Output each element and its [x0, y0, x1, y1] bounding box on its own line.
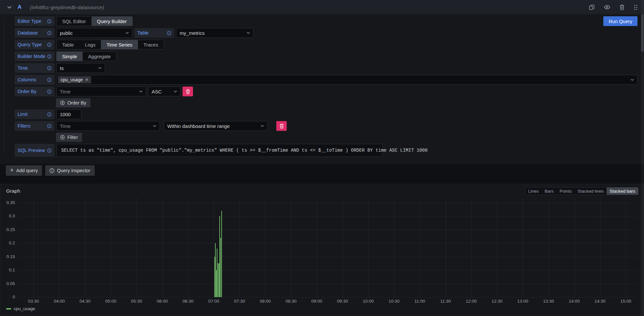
builder-mode-tab-aggregate[interactable]: Aggregate — [83, 52, 116, 61]
y-gridline — [19, 284, 637, 284]
info-icon[interactable] — [167, 31, 171, 35]
editor-type-tab-query-builder[interactable]: Query Builder — [91, 17, 132, 26]
trash-icon[interactable] — [620, 5, 624, 10]
filters-label-text: Filters — [18, 123, 30, 129]
editor-type-group: SQL EditorQuery Builder — [56, 16, 133, 26]
column-tag-text: cpu_usage — [61, 77, 83, 82]
info-icon[interactable] — [47, 148, 51, 153]
x-gridline — [137, 197, 137, 297]
x-axis-label: 04:00 — [49, 299, 70, 304]
scrollbar-thumb[interactable] — [641, 14, 644, 52]
info-icon[interactable] — [47, 78, 51, 82]
drag-handle-icon[interactable] — [634, 5, 637, 10]
query-type-tab-traces[interactable]: Traces — [138, 40, 164, 49]
builder-mode-row: Builder Mode SimpleAggregate — [15, 51, 637, 61]
y-axis-label: 0.05 — [2, 281, 15, 286]
x-gridline — [497, 197, 497, 297]
editor-footer: + Add query Query inspector — [6, 165, 95, 176]
database-select[interactable]: public — [56, 28, 132, 38]
info-icon[interactable] — [47, 19, 51, 23]
x-gridline — [162, 197, 163, 297]
query-type-label: Query Type — [15, 40, 54, 49]
query-inspector-button[interactable]: Query inspector — [45, 165, 94, 176]
info-icon[interactable] — [47, 66, 51, 70]
x-gridline — [343, 197, 343, 297]
chevron-down-icon — [247, 32, 250, 34]
x-gridline — [85, 197, 85, 297]
grafana-query-editor-screen: A (info8fcc-greptimedb-datasource) Edito… — [0, 0, 644, 316]
x-axis-label: 11:00 — [409, 299, 430, 304]
info-icon[interactable] — [47, 54, 51, 59]
table-value: my_metrics — [180, 30, 244, 36]
editor-type-label: Editor Type — [15, 16, 54, 26]
scrollbar-track[interactable] — [641, 0, 644, 316]
table-select[interactable]: my_metrics — [176, 28, 253, 38]
query-type-tab-logs[interactable]: Logs — [79, 40, 101, 49]
add-query-button[interactable]: + Add query — [6, 165, 42, 176]
x-gridline — [317, 197, 317, 297]
legend-swatch — [6, 308, 11, 309]
add-orderby-button[interactable]: Order By — [56, 98, 90, 107]
orderby-field-select[interactable]: Time — [56, 87, 146, 96]
order-by-label-text: Order By — [18, 89, 36, 94]
x-gridline — [59, 197, 60, 297]
database-label-text: Database — [18, 30, 38, 35]
query-type-tab-table[interactable]: Table — [57, 40, 79, 49]
duplicate-icon[interactable] — [589, 5, 595, 10]
remove-filter-button[interactable] — [276, 121, 287, 131]
add-filter-button[interactable]: Filter — [56, 133, 82, 142]
editor-type-tab-sql-editor[interactable]: SQL Editor — [57, 17, 91, 26]
add-query-label: Add query — [16, 168, 38, 173]
remove-tag-icon[interactable]: ✕ — [85, 78, 89, 82]
query-type-row: Query Type TableLogsTime SeriesTraces — [15, 40, 637, 49]
limit-input[interactable]: 1000 — [56, 109, 81, 119]
builder-mode-tab-simple[interactable]: Simple — [57, 52, 83, 61]
x-axis-label: 08:30 — [281, 299, 301, 304]
remove-orderby-button[interactable] — [183, 87, 193, 96]
columns-multiselect[interactable]: cpu_usage ✕ — [56, 75, 637, 85]
info-icon[interactable] — [47, 112, 51, 117]
x-gridline — [111, 197, 111, 297]
x-gridline — [445, 197, 446, 297]
limit-value: 1000 — [60, 112, 71, 117]
builder-mode-group: SimpleAggregate — [56, 51, 116, 61]
y-gridline — [19, 297, 637, 297]
x-axis-label: 10:00 — [358, 299, 379, 304]
time-value: ts — [60, 65, 96, 71]
sql-preview-label-text: SQL Preview — [18, 148, 45, 153]
info-icon[interactable] — [47, 89, 51, 94]
x-axis-label: 09:30 — [332, 299, 353, 304]
x-gridline — [549, 197, 549, 297]
x-gridline — [626, 197, 626, 297]
chevron-down-icon — [261, 125, 264, 127]
x-axis-label: 13:30 — [538, 299, 559, 304]
filters-field-value: Time — [60, 123, 150, 129]
x-gridline — [291, 197, 291, 297]
x-gridline — [34, 197, 34, 297]
chevron-down-icon — [98, 67, 102, 69]
eye-icon[interactable] — [604, 5, 610, 9]
collapse-chevron-icon[interactable] — [7, 6, 12, 9]
table-label: Table — [134, 28, 174, 38]
run-query-button[interactable]: Run Query — [603, 16, 637, 26]
filters-condition-value: Within dashboard time range — [167, 123, 258, 129]
info-icon[interactable] — [47, 124, 51, 128]
x-axis-label: 04:30 — [75, 299, 95, 304]
legend-item-cpu-usage[interactable]: cpu_usage — [6, 306, 35, 311]
query-ref-letter[interactable]: A — [18, 4, 21, 10]
x-axis-label: 12:00 — [461, 299, 482, 304]
orderby-direction-value: ASC — [152, 89, 171, 94]
query-type-tab-time-series[interactable]: Time Series — [101, 40, 138, 49]
x-axis-label: 06:30 — [178, 299, 199, 304]
x-axis-label: 07:00 — [203, 299, 224, 304]
table-label-text: Table — [137, 30, 149, 35]
time-row: Time ts — [15, 63, 637, 73]
info-icon[interactable] — [47, 43, 51, 47]
time-select[interactable]: ts — [56, 63, 105, 73]
database-value: public — [60, 30, 123, 36]
orderby-direction-select[interactable]: ASC — [148, 87, 181, 96]
filters-condition-select[interactable]: Within dashboard time range — [164, 121, 267, 131]
y-gridline — [19, 203, 637, 203]
filters-field-select[interactable]: Time — [56, 121, 160, 131]
info-icon[interactable] — [47, 31, 51, 35]
